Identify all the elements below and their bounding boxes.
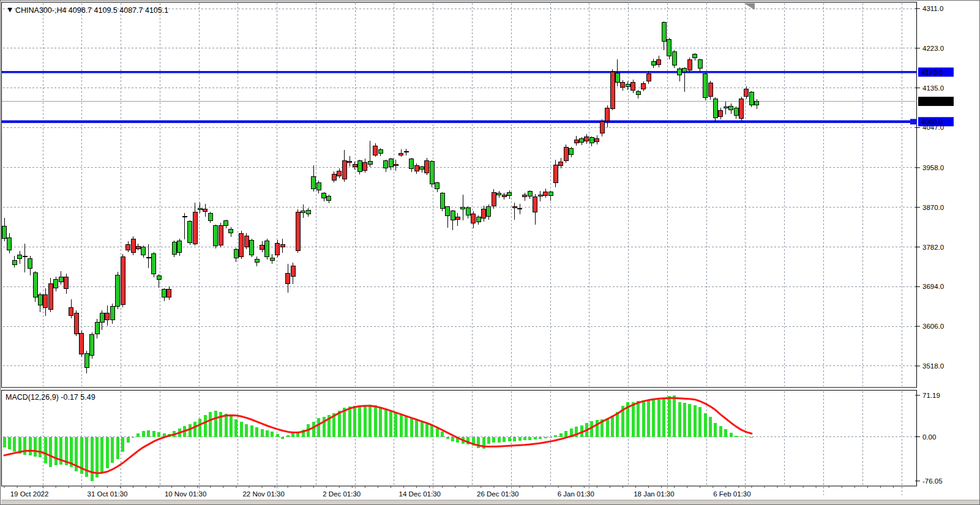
macd-bar: [745, 436, 748, 437]
candle: [250, 240, 254, 255]
candle: [569, 148, 574, 154]
macd-bar: [266, 430, 269, 436]
time-axis-label[interactable]: 31 Oct 01:30: [88, 490, 128, 498]
candle: [368, 162, 372, 165]
price-panel[interactable]: [2, 2, 917, 388]
macd-bar: [198, 419, 201, 436]
macd-bar: [673, 395, 676, 436]
candle: [167, 290, 171, 297]
time-axis[interactable]: 19 Oct 202231 Oct 01:3010 Nov 01:3022 No…: [4, 486, 893, 498]
macd-bar: [8, 437, 11, 450]
candle: [559, 162, 563, 165]
macd-bar: [29, 437, 32, 455]
time-axis-label[interactable]: 10 Nov 01:30: [165, 490, 206, 498]
macd-bar: [611, 416, 614, 436]
candle: [414, 166, 419, 171]
macd-bar: [415, 419, 418, 437]
macd-bar: [271, 432, 274, 437]
macd-bar: [668, 396, 671, 437]
time-axis-label[interactable]: 6 Jan 01:30: [558, 490, 594, 498]
macd-bar: [225, 414, 228, 437]
macd-bar: [652, 400, 655, 437]
candle: [54, 280, 58, 288]
candle: [703, 74, 708, 97]
macd-bar: [250, 425, 253, 436]
macd-bar: [425, 423, 428, 437]
macd-bar: [451, 437, 454, 442]
candle: [121, 257, 125, 305]
candle: [306, 210, 310, 214]
time-axis-label[interactable]: 2 Dec 01:30: [323, 490, 361, 498]
candle: [512, 207, 517, 208]
candle: [348, 162, 352, 162]
candle: [48, 284, 53, 309]
price-tick-label: 4223.0: [922, 45, 944, 52]
macd-bar: [554, 435, 557, 437]
macd-bar: [193, 422, 196, 437]
candle: [641, 83, 646, 89]
candle: [487, 206, 491, 216]
candle: [636, 91, 640, 94]
ohlc-info-line: CHINA300-,H4 4096.7 4109.5 4087.7 4105.1: [15, 6, 168, 15]
candle: [28, 259, 32, 268]
candle: [708, 83, 713, 96]
price-tick-label: 3958.0: [922, 164, 944, 171]
price-tick-label: 3870.0: [922, 204, 944, 211]
candle: [497, 193, 501, 195]
macd-tick-label: 71.19: [922, 392, 940, 399]
level-anchor[interactable]: [910, 119, 917, 124]
candle: [193, 212, 197, 244]
macd-bar: [534, 437, 537, 440]
price-axis[interactable]: 4311.04223.04135.04047.03958.03870.03782…: [915, 5, 944, 485]
candle: [172, 242, 176, 254]
candle: [255, 259, 259, 262]
macd-bar: [523, 437, 526, 441]
time-axis-label[interactable]: 26 Dec 01:30: [477, 490, 518, 498]
candle: [729, 106, 733, 110]
candle: [404, 151, 408, 152]
macd-bar: [39, 437, 42, 457]
candle: [610, 72, 615, 108]
time-axis-label[interactable]: 14 Dec 01:30: [399, 490, 441, 498]
macd-bar: [286, 435, 290, 437]
candle: [64, 277, 69, 288]
macd-bar: [261, 429, 264, 436]
candle: [446, 207, 450, 216]
candle: [744, 89, 749, 97]
time-axis-label[interactable]: 6 Feb 01:30: [713, 490, 750, 498]
macd-bar: [394, 413, 397, 437]
macd-bar: [157, 432, 160, 437]
candle: [466, 208, 470, 215]
macd-bar: [132, 437, 135, 438]
macd-bar: [735, 436, 738, 437]
candle: [316, 182, 321, 190]
candle: [373, 146, 378, 155]
candle: [2, 226, 7, 239]
candle: [322, 193, 326, 198]
macd-bar: [704, 413, 707, 437]
candle: [105, 313, 110, 320]
candle: [605, 108, 610, 121]
candle: [74, 313, 78, 334]
price-tag-label: 4105.1: [921, 98, 943, 105]
macd-bar: [544, 437, 547, 439]
candle: [327, 196, 331, 200]
candle: [353, 164, 357, 166]
candle: [394, 165, 398, 165]
macd-bar: [694, 405, 697, 436]
price-tag-label: 4170.0: [921, 69, 943, 76]
candle: [363, 162, 367, 170]
macd-bar: [637, 401, 640, 437]
macd-bar: [487, 437, 490, 444]
price-tags: 4170.04060.04105.1: [918, 67, 954, 126]
macd-bar: [240, 422, 243, 437]
candle: [244, 236, 249, 247]
candle: [69, 307, 73, 315]
time-axis-label[interactable]: 19 Oct 2022: [10, 490, 49, 498]
time-axis-label[interactable]: 18 Jan 01:30: [634, 490, 675, 498]
time-axis-label[interactable]: 22 Nov 01:30: [242, 490, 284, 498]
candle: [533, 197, 537, 212]
candle: [461, 208, 465, 209]
candle: [589, 138, 594, 143]
macd-bar: [513, 437, 516, 442]
